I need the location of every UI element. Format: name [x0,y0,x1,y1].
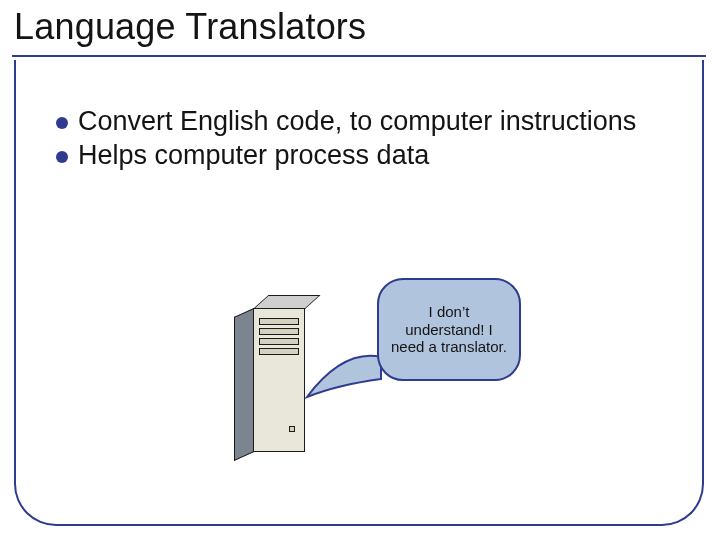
title-rule [12,55,706,57]
bullet-dot-icon [56,117,68,129]
bullet-dot-icon [56,151,68,163]
bullet-text: Helps computer process data [78,140,429,170]
bullet-text: Convert English code, to computer instru… [78,106,636,136]
list-item: Convert English code, to computer instru… [56,106,660,138]
speech-bubble: I don’t understand! I need a translator. [377,278,521,381]
bullet-list: Convert English code, to computer instru… [56,106,660,174]
list-item: Helps computer process data [56,140,660,172]
slide-title: Language Translators [14,6,366,48]
computer-tower-icon [234,298,306,452]
speech-bubble-tail-icon [303,345,383,405]
speech-bubble-text: I don’t understand! I need a translator. [389,303,509,356]
